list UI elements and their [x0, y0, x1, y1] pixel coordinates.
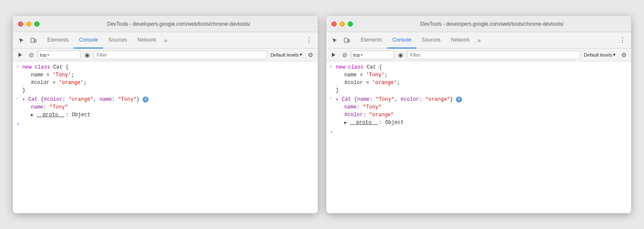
default-levels-arrow-left: ▾	[300, 52, 302, 57]
default-levels-left[interactable]: Default levels ▾	[269, 51, 304, 59]
default-levels-arrow-right: ▾	[613, 52, 616, 57]
maximize-button-right[interactable]	[348, 21, 353, 27]
console-toolbar-left: ⊘ top ▾ ◉ Default levels ▾ ⚙	[13, 48, 318, 61]
proto-value-right: : Object	[379, 119, 404, 127]
block-button-right[interactable]: ⊘	[340, 50, 349, 60]
input-arrow-right: ›	[330, 64, 336, 69]
entry-content-output-left: ▾ Cat {#color: "orange", name: "Tony"} i…	[22, 96, 314, 119]
info-badge-right: i	[456, 96, 462, 102]
svg-rect-0	[31, 38, 34, 42]
proto-triangle-left[interactable]: ▶	[31, 112, 35, 118]
svg-rect-1	[35, 39, 36, 42]
console-output-right: › new class Cat { name = 'Tony'; #color …	[326, 61, 631, 213]
output-arrow-left: ←	[16, 96, 22, 101]
info-badge-left: i	[143, 96, 149, 102]
tabs-left: Elements Console Sources Network »	[42, 32, 304, 48]
maximize-button-left[interactable]	[34, 21, 39, 27]
tab-elements-right[interactable]: Elements	[355, 32, 387, 48]
tab-elements-left[interactable]: Elements	[42, 32, 74, 48]
svg-rect-4	[348, 39, 349, 42]
eye-button-left[interactable]: ◉	[82, 50, 92, 60]
tabs-right: Elements Console Sources Network »	[355, 32, 617, 48]
tab-network-left[interactable]: Network	[132, 32, 161, 48]
context-selector-left[interactable]: top ▾	[38, 51, 81, 59]
prompt-arrow-left: ›	[16, 121, 20, 127]
filter-input-left[interactable]	[94, 51, 267, 59]
tab-sources-left[interactable]: Sources	[103, 32, 132, 48]
default-levels-label-left: Default levels	[270, 52, 299, 57]
devtools-menu-left[interactable]: ⋮	[304, 35, 314, 45]
context-arrow-left: ▾	[47, 53, 49, 57]
object-triangle-right[interactable]: ▾	[336, 96, 340, 103]
prompt-arrow-right: ›	[330, 129, 333, 135]
object-triangle-left[interactable]: ▾	[22, 96, 27, 103]
window-title-right: DevTools - developers.google.com/web/too…	[358, 21, 626, 27]
tab-more-left[interactable]: »	[161, 37, 170, 44]
minimize-button-left[interactable]	[26, 21, 31, 27]
proto-label-left: __proto__	[36, 111, 64, 119]
console-prompt-right[interactable]: ›	[326, 127, 631, 136]
entry-content-input-right: new class Cat { name = 'Tony'; #color = …	[336, 63, 628, 94]
tab-icons-left	[16, 35, 39, 45]
devtools-window-left: DevTools - developers.google.com/web/too…	[13, 16, 318, 213]
devtools-menu-right[interactable]: ⋮	[617, 35, 628, 45]
output-arrow-right: ←	[330, 96, 336, 101]
tab-console-left[interactable]: Console	[74, 32, 103, 48]
tabs-bar-left: Elements Console Sources Network » ⋮	[13, 32, 318, 48]
console-entry-output-left: ← ▾ Cat {#color: "orange", name: "Tony"}…	[13, 95, 318, 120]
context-label-right: top	[353, 52, 360, 57]
tabs-bar-right: Elements Console Sources Network » ⋮	[326, 32, 631, 48]
console-toolbar-right: ⊘ top ▾ ◉ Default levels ▾ ⚙	[326, 48, 631, 61]
execute-button-left[interactable]	[15, 50, 25, 60]
console-prompt-left[interactable]: ›	[13, 120, 318, 129]
settings-button-left[interactable]: ⚙	[306, 50, 315, 60]
tab-sources-right[interactable]: Sources	[416, 32, 446, 48]
default-levels-right[interactable]: Default levels ▾	[582, 51, 617, 59]
traffic-lights-right	[331, 21, 353, 27]
console-entry-input-left: › new class Cat { name = 'Tony'; #color …	[13, 63, 318, 95]
devtools-window-right: DevTools - developers.google.com/web/too…	[326, 16, 631, 213]
tab-network-right[interactable]: Network	[446, 32, 475, 48]
close-button-left[interactable]	[18, 21, 23, 27]
tab-console-right[interactable]: Console	[387, 32, 416, 48]
input-arrow-left: ›	[16, 64, 22, 69]
proto-triangle-right[interactable]: ▶	[344, 120, 349, 126]
console-output-left: › new class Cat { name = 'Tony'; #color …	[13, 61, 318, 213]
cursor-icon-left[interactable]	[16, 35, 27, 45]
window-title-left: DevTools - developers.google.com/web/too…	[45, 21, 313, 27]
console-entry-input-right: › new class Cat { name = 'Tony'; #color …	[326, 63, 631, 95]
proto-label-right: __proto__	[350, 119, 378, 127]
proto-value-left: : Object	[66, 111, 91, 119]
tab-more-right[interactable]: »	[475, 37, 483, 44]
context-arrow-right: ▾	[361, 53, 363, 57]
console-entry-output-right: ← ▾ Cat {name: "Tony", #color: "orange"}…	[326, 95, 631, 127]
svg-rect-3	[344, 38, 348, 42]
svg-marker-2	[18, 53, 22, 57]
context-selector-right[interactable]: top ▾	[351, 51, 394, 59]
entry-content-output-right: ▾ Cat {name: "Tony", #color: "orange"} i…	[336, 96, 628, 127]
cursor-icon-right[interactable]	[330, 35, 340, 45]
title-bar-left: DevTools - developers.google.com/web/too…	[13, 16, 318, 32]
title-bar-right: DevTools - developers.google.com/web/too…	[326, 16, 631, 32]
entry-content-input-left: new class Cat { name = 'Tony'; #color = …	[22, 63, 314, 94]
eye-button-right[interactable]: ◉	[396, 50, 405, 60]
execute-button-right[interactable]	[329, 50, 338, 60]
context-label-left: top	[40, 52, 46, 57]
device-icon-left[interactable]	[28, 35, 39, 45]
close-button-right[interactable]	[331, 21, 337, 27]
default-levels-label-right: Default levels	[584, 52, 612, 57]
device-icon-right[interactable]	[342, 35, 352, 45]
traffic-lights-left	[18, 21, 39, 27]
filter-input-right[interactable]	[407, 51, 580, 59]
tab-icons-right	[330, 35, 352, 45]
settings-button-right[interactable]: ⚙	[619, 50, 629, 60]
svg-marker-5	[332, 53, 335, 57]
block-button-left[interactable]: ⊘	[27, 50, 36, 60]
minimize-button-right[interactable]	[340, 21, 345, 27]
